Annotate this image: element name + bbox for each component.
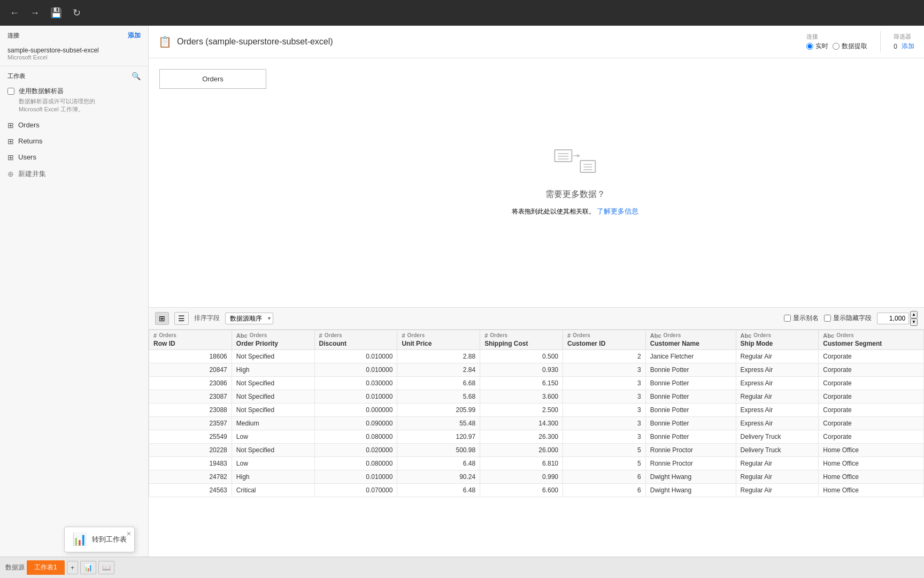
goto-worksheet-popup: 📊 转到工作表 × [64, 527, 135, 552]
data-interpreter-row: 使用数据解析器 数据解析器或许可以清理您的Microsoft Excel 工作簿… [0, 83, 148, 117]
table-cell: 6 [563, 470, 645, 483]
table-cell: 6.68 [397, 376, 480, 390]
table-cell: Bonnie Potter [645, 416, 736, 430]
grid-toolbar: ⊞ ☰ 排序字段 数据源顺序 字段名称 表顺序 显示别名 显 [149, 307, 924, 330]
table-icon-users: ⊞ [7, 153, 14, 162]
refresh-button[interactable]: ↻ [70, 5, 84, 21]
filter-count: 0 [894, 43, 897, 50]
table-cell: Not Specified [232, 376, 314, 390]
type-icon-customer-id: # [567, 332, 571, 339]
table-cell: 25549 [149, 430, 232, 443]
header-row: #Orders Row ID AbcOrders Order Priority [149, 330, 924, 349]
sidebar-item-users[interactable]: ⊞ Users [0, 149, 148, 165]
goto-worksheet-text[interactable]: 转到工作表 [92, 535, 127, 544]
table-row: 20847High0.0100002.840.9303Bonnie Potter… [149, 363, 924, 376]
type-icon-segment: Abc [823, 332, 834, 339]
connection-section-header: 连接 添加 [0, 26, 148, 43]
table-cell: Express Air [736, 416, 819, 430]
table-row: 18606Not Specified0.0100002.880.5002Jani… [149, 349, 924, 363]
table-cell: 19483 [149, 457, 232, 470]
table-name-users: Users [18, 153, 36, 161]
table-cell: 3 [563, 376, 645, 390]
table-cell: Corporate [819, 390, 924, 403]
table-cell: 2.500 [480, 403, 563, 416]
top-toolbar: ← → 💾 ↻ [0, 0, 924, 26]
table-cell: 18606 [149, 349, 232, 363]
table-cell: 23087 [149, 390, 232, 403]
table-cell: 3 [563, 430, 645, 443]
filter-section-label: 筛选器 [894, 33, 911, 41]
orders-table-box[interactable]: Orders [159, 69, 266, 89]
table-cell: 23597 [149, 416, 232, 430]
row-count-input[interactable]: 1,000 [877, 313, 909, 324]
show-hidden-checkbox[interactable] [824, 315, 831, 322]
row-count-down[interactable]: ▼ [910, 318, 918, 326]
filter-section: 筛选器 0 添加 [894, 33, 914, 51]
col-customer-name: AbcOrders Customer Name [645, 330, 736, 349]
svg-rect-6 [581, 161, 596, 172]
table-cell: Ronnie Proctor [645, 443, 736, 457]
table-cell: 26.000 [480, 443, 563, 457]
content-header: 📋 Orders (sample-superstore-subset-excel… [149, 26, 924, 58]
connection-section-label: 连接 [7, 32, 19, 40]
table-cell: Critical [232, 483, 314, 497]
new-dashboard-button[interactable]: 📊 [80, 561, 96, 574]
data-interpreter-hint: 数据解析器或许可以清理您的Microsoft Excel 工作簿。 [19, 97, 95, 114]
content-header-left: 📋 Orders (sample-superstore-subset-excel… [158, 35, 333, 48]
table-cell: 20228 [149, 443, 232, 457]
search-icon[interactable]: 🔍 [132, 72, 141, 80]
table-cell: Janice Fletcher [645, 349, 736, 363]
new-union-item[interactable]: ⊕ 新建并集 [0, 165, 148, 182]
sheet-tab[interactable]: 工作表1 [27, 560, 65, 575]
data-table-wrapper: #Orders Row ID AbcOrders Order Priority [149, 330, 924, 557]
drop-hint-link[interactable]: 了解更多信息 [597, 207, 638, 215]
col-unit-price: #Orders Unit Price [397, 330, 480, 349]
sidebar-item-orders[interactable]: ⊞ Orders [0, 117, 148, 133]
extract-option[interactable]: 数据提取 [833, 42, 867, 51]
list-view-button[interactable]: ☰ [174, 312, 189, 325]
back-button[interactable]: ← [6, 5, 22, 21]
col-row-id: #Orders Row ID [149, 330, 232, 349]
sort-select[interactable]: 数据源顺序 字段名称 表顺序 [225, 313, 273, 324]
add-sheet-button[interactable]: + [67, 561, 79, 574]
show-hidden-row: 显示隐藏字段 [824, 314, 872, 323]
table-cell: Ronnie Proctor [645, 457, 736, 470]
table-cell: Bonnie Potter [645, 376, 736, 390]
table-cell: Dwight Hwang [645, 483, 736, 497]
col-customer-id: #Orders Customer ID [563, 330, 645, 349]
table-cell: 6.600 [480, 483, 563, 497]
table-cell: Regular Air [736, 457, 819, 470]
table-cell: Corporate [819, 403, 924, 416]
sidebar-item-returns[interactable]: ⊞ Returns [0, 133, 148, 149]
row-count-arrows: ▲ ▼ [910, 311, 918, 326]
new-story-button[interactable]: 📖 [98, 561, 114, 574]
table-cell: 205.99 [397, 403, 480, 416]
table-cell: Corporate [819, 430, 924, 443]
add-filter-link[interactable]: 添加 [902, 42, 914, 51]
connection-item[interactable]: sample-superstore-subset-excel Microsoft… [0, 43, 148, 66]
table-row: 24563Critical0.0700006.486.6006Dwight Hw… [149, 483, 924, 497]
realtime-label: 实时 [815, 42, 828, 51]
table-cell: Regular Air [736, 470, 819, 483]
show-alias-checkbox[interactable] [784, 315, 791, 322]
add-connection-link[interactable]: 添加 [128, 31, 141, 40]
row-count-control: 1,000 ▲ ▼ [877, 311, 918, 326]
canvas-area: Orders [149, 58, 924, 557]
worksheet-section-label: 工作表 [7, 72, 25, 80]
table-cell: Regular Air [736, 390, 819, 403]
page-title: Orders (sample-superstore-subset-excel) [177, 37, 333, 47]
realtime-option[interactable]: 实时 [806, 42, 828, 51]
table-cell: 2.88 [397, 349, 480, 363]
type-icon-shipping: # [484, 332, 488, 339]
save-button[interactable]: 💾 [47, 5, 65, 21]
filter-row: 0 添加 [894, 42, 914, 51]
popup-close-button[interactable]: × [127, 529, 131, 538]
table-cell: Home Office [819, 457, 924, 470]
grid-view-button[interactable]: ⊞ [155, 312, 169, 325]
orders-table-label: Orders [202, 75, 224, 83]
row-count-up[interactable]: ▲ [910, 311, 918, 318]
forward-button[interactable]: → [27, 5, 43, 21]
col-ship-mode: AbcOrders Ship Mode [736, 330, 819, 349]
use-data-interpreter-checkbox[interactable] [7, 88, 14, 95]
table-cell: 26.300 [480, 430, 563, 443]
